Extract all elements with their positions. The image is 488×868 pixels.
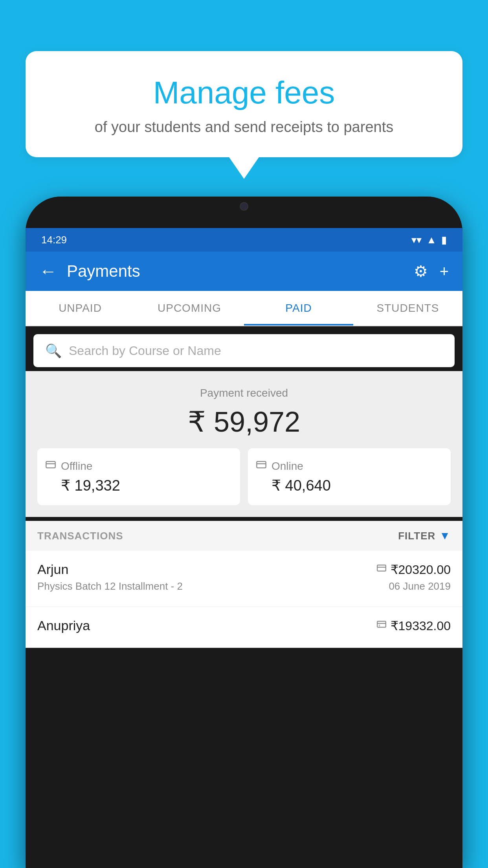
transaction-date: 06 June 2019 [389,580,451,592]
payment-total-amount: ₹ 59,972 [37,405,451,438]
payment-cards: Offline ₹ 19,332 [37,448,451,505]
tabs: UNPAID UPCOMING PAID STUDENTS [26,291,462,326]
header-title: Payments [67,262,404,281]
online-payment-type-icon [376,563,387,576]
svg-rect-2 [257,462,266,468]
phone-inner: 14:29 ▾▾ ▲ ▮ ← Payments ⚙ + UNPAID UPC [26,228,462,868]
search-placeholder-text: Search by Course or Name [69,344,221,358]
transaction-course: Physics Batch 12 Installment - 2 [37,580,183,592]
search-bar[interactable]: 🔍 Search by Course or Name [33,334,455,367]
offline-payment-type-icon: ₹ [376,619,387,632]
search-icon: 🔍 [45,343,62,359]
svg-rect-4 [377,565,386,571]
wifi-icon: ▾▾ [411,234,422,246]
phone-container: 14:29 ▾▾ ▲ ▮ ← Payments ⚙ + UNPAID UPC [26,197,462,868]
transaction-amount-2: ₹19332.00 [391,618,451,633]
phone-device: 14:29 ▾▾ ▲ ▮ ← Payments ⚙ + UNPAID UPC [26,197,462,868]
bubble-subtitle: of your students and send receipts to pa… [45,119,443,136]
transactions-label: TRANSACTIONS [37,530,123,542]
phone-top-bezel [26,197,462,228]
transaction-row-top-2: Anupriya ₹ ₹19332.00 [37,618,451,633]
back-button[interactable]: ← [39,261,57,281]
tab-students[interactable]: STUDENTS [353,291,462,326]
payment-received-label: Payment received [37,387,451,399]
transaction-amount: ₹20320.00 [391,562,451,577]
transaction-name-2: Anupriya [37,618,90,633]
filter-button[interactable]: FILTER ▼ [398,530,451,542]
signal-icon: ▲ [426,234,437,246]
transaction-amount-wrap: ₹20320.00 [376,562,451,577]
phone-notch [213,197,275,216]
camera-icon [240,202,248,211]
tab-unpaid[interactable]: UNPAID [26,291,135,326]
filter-icon: ▼ [439,530,451,542]
online-label: Online [272,460,303,473]
status-time: 14:29 [41,234,67,246]
transaction-amount-wrap-2: ₹ ₹19332.00 [376,618,451,633]
offline-payment-icon [45,459,56,473]
add-button[interactable]: + [440,263,449,280]
transaction-row-top: Arjun ₹20320.00 [37,562,451,577]
online-amount: ₹ 40,640 [256,477,331,494]
speech-bubble-container: Manage fees of your students and send re… [26,51,462,157]
offline-amount: ₹ 19,332 [45,477,120,494]
offline-card-header: Offline [45,459,92,473]
screen-content: 🔍 Search by Course or Name Payment recei… [26,326,462,868]
status-bar: 14:29 ▾▾ ▲ ▮ [26,228,462,252]
header-icons: ⚙ + [414,262,449,280]
transaction-item-anupriya[interactable]: Anupriya ₹ ₹19332.00 [26,607,462,648]
transaction-name: Arjun [37,562,68,577]
svg-text:₹: ₹ [378,624,380,628]
status-icons: ▾▾ ▲ ▮ [411,234,447,246]
payment-received-section: Payment received ₹ 59,972 [26,371,462,517]
transaction-row-bottom: Physics Batch 12 Installment - 2 06 June… [37,580,451,592]
settings-button[interactable]: ⚙ [414,262,428,280]
online-payment-icon [256,459,267,473]
filter-label: FILTER [398,530,435,542]
svg-rect-0 [46,462,55,468]
online-card-header: Online [256,459,303,473]
tab-upcoming[interactable]: UPCOMING [135,291,244,326]
transaction-item-arjun[interactable]: Arjun ₹20320.00 Physics [26,551,462,607]
offline-label: Offline [61,460,92,473]
bubble-title: Manage fees [45,75,443,111]
battery-icon: ▮ [441,234,447,246]
offline-payment-card: Offline ₹ 19,332 [37,448,240,505]
speech-bubble: Manage fees of your students and send re… [26,51,462,157]
tab-paid[interactable]: PAID [244,291,353,326]
app-header: ← Payments ⚙ + [26,252,462,291]
online-payment-card: Online ₹ 40,640 [248,448,451,505]
transactions-header: TRANSACTIONS FILTER ▼ [26,521,462,551]
